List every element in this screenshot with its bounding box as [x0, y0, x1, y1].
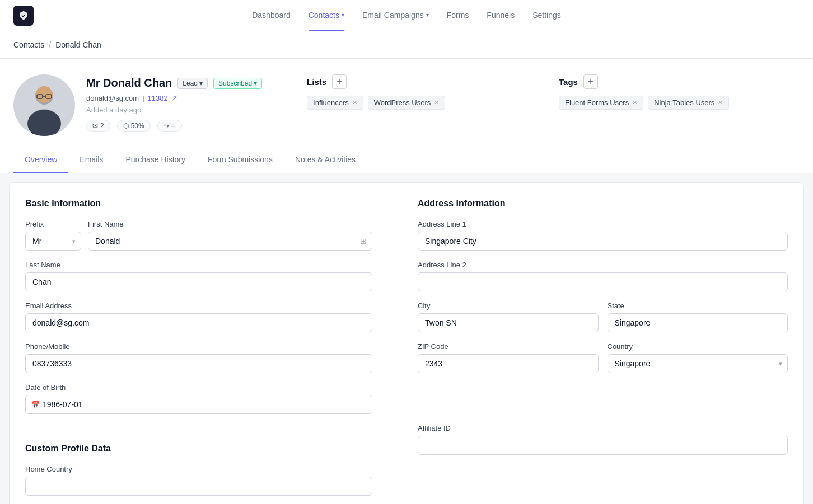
nav-funnels[interactable]: Funnels — [487, 1, 515, 31]
content-card: Basic Information Prefix Mr Mrs Ms Dr — [9, 182, 804, 504]
prefix-field-group: Prefix Mr Mrs Ms Dr ▾ — [25, 220, 81, 251]
phone-input[interactable] — [25, 354, 372, 373]
main-content: Basic Information Prefix Mr Mrs Ms Dr — [0, 173, 813, 504]
lists-title: Lists — [307, 77, 326, 87]
tag-fluent-forms: Fluent Forms Users ✕ — [559, 96, 643, 110]
tab-notes-activities[interactable]: Notes & Activities — [284, 147, 367, 173]
city-input[interactable] — [418, 313, 599, 332]
breadcrumb-home[interactable]: Contacts — [13, 40, 44, 49]
tab-emails[interactable]: Emails — [68, 147, 114, 173]
profile-name: Mr Donald Chan — [86, 77, 172, 90]
profile-name-row: Mr Donald Chan Lead ▾ Subscribed ▾ — [86, 77, 262, 90]
basic-info-section: Basic Information Prefix Mr Mrs Ms Dr — [25, 199, 395, 504]
prefix-label: Prefix — [25, 220, 81, 228]
tags-items: Fluent Forms Users ✕ Ninja Tables Users … — [559, 96, 788, 110]
first-name-label: First Name — [88, 220, 372, 228]
profile-added: Added a day ago — [86, 106, 262, 114]
tags-column: Tags + Fluent Forms Users ✕ Ninja Tables… — [536, 74, 788, 110]
zip-field: ZIP Code — [418, 342, 599, 373]
first-name-input[interactable] — [88, 232, 372, 251]
lists-column: Lists + Influencers ✕ WordPress Users ✕ — [307, 74, 536, 110]
campaigns-icon: ⇢ — [163, 122, 169, 130]
profile-id-link[interactable]: 11382 — [148, 94, 168, 102]
country-label: Country — [608, 342, 788, 351]
first-name-field-group: First Name ⊞ — [88, 220, 372, 251]
phone-label: Phone/Mobile — [25, 342, 372, 351]
lists-tags-section: Lists + Influencers ✕ WordPress Users ✕ … — [296, 74, 800, 110]
state-field: State — [608, 302, 788, 332]
home-country-input[interactable] — [25, 477, 372, 496]
lists-header: Lists + — [307, 74, 536, 89]
calendar-icon: 📅 — [31, 401, 40, 409]
address-info-section: Address Information Address Line 1 Addre… — [418, 199, 788, 504]
stat-campaigns: ⇢ -- — [157, 120, 182, 132]
add-list-button[interactable]: + — [332, 74, 347, 89]
prefix-select-wrap: Mr Mrs Ms Dr ▾ — [25, 232, 81, 251]
country-select[interactable]: Singapore United States United Kingdom A… — [608, 354, 788, 373]
remove-fluent-forms[interactable]: ✕ — [632, 99, 637, 106]
last-name-input[interactable] — [25, 272, 372, 291]
tags-header: Tags + — [559, 74, 788, 89]
status-badge-chevron: ▾ — [254, 79, 257, 87]
nav-settings[interactable]: Settings — [532, 1, 561, 31]
list-item-wordpress: WordPress Users ✕ — [368, 96, 446, 110]
affiliate-id-label: Affiliate ID — [418, 424, 788, 432]
name-row: Prefix Mr Mrs Ms Dr ▾ First Name — [25, 220, 372, 251]
edit-icon: ⊞ — [360, 237, 367, 246]
tab-purchase-history[interactable]: Purchase History — [114, 147, 197, 173]
address1-input[interactable] — [418, 232, 788, 251]
city-label: City — [418, 302, 599, 310]
email-icon: ✉ — [92, 122, 98, 130]
tabs-bar: Overview Emails Purchase History Form Su… — [0, 147, 813, 173]
custom-profile-title: Custom Profile Data — [25, 430, 372, 454]
city-field: City — [418, 302, 599, 332]
tab-form-submissions[interactable]: Form Submissions — [197, 147, 284, 173]
lead-badge[interactable]: Lead ▾ — [177, 78, 208, 89]
dob-input[interactable] — [25, 395, 372, 414]
remove-wordpress[interactable]: ✕ — [434, 99, 439, 106]
open-rate-icon: ⬡ — [123, 122, 129, 130]
nav-links: Dashboard Contacts ▾ Email Campaigns ▾ F… — [252, 1, 561, 31]
nav-forms[interactable]: Forms — [447, 1, 469, 31]
nav-dashboard[interactable]: Dashboard — [252, 1, 291, 31]
lists-items: Influencers ✕ WordPress Users ✕ — [307, 96, 536, 110]
home-country-label: Home Country — [25, 465, 372, 473]
profile-info: Mr Donald Chan Lead ▾ Subscribed ▾ donal… — [86, 74, 262, 132]
email-input[interactable] — [25, 313, 372, 332]
basic-info-title: Basic Information — [25, 199, 372, 209]
external-link-icon: ↗ — [171, 94, 177, 102]
form-layout: Basic Information Prefix Mr Mrs Ms Dr — [25, 199, 788, 504]
contacts-chevron: ▾ — [342, 12, 344, 18]
last-name-label: Last Name — [25, 261, 372, 269]
zip-label: ZIP Code — [418, 342, 599, 351]
nav-email-campaigns[interactable]: Email Campaigns ▾ — [362, 1, 429, 31]
city-state-row: City State — [418, 302, 788, 332]
tags-title: Tags — [559, 77, 578, 87]
affiliate-id-row: Affiliate ID — [418, 424, 788, 455]
address2-input[interactable] — [418, 272, 788, 291]
profile-email: donald@sg.com — [86, 94, 139, 102]
avatar — [13, 74, 75, 136]
last-name-row: Last Name — [25, 261, 372, 291]
add-tag-button[interactable]: + — [583, 74, 598, 89]
home-country-row: Home Country — [25, 465, 372, 496]
prefix-select[interactable]: Mr Mrs Ms Dr — [25, 232, 81, 251]
breadcrumb: Contacts / Donald Chan — [0, 31, 813, 59]
profile-stats: ✉ 2 ⬡ 50% ⇢ -- — [86, 120, 262, 132]
stat-emails: ✉ 2 — [86, 120, 110, 132]
state-input[interactable] — [608, 313, 788, 332]
zip-input[interactable] — [418, 354, 599, 373]
status-badge[interactable]: Subscribed ▾ — [213, 78, 262, 89]
country-select-wrap: Singapore United States United Kingdom A… — [608, 354, 788, 373]
phone-row: Phone/Mobile — [25, 342, 372, 373]
app-logo[interactable] — [13, 6, 34, 26]
zip-country-row: ZIP Code Country Singapore United States… — [418, 342, 788, 373]
remove-ninja-tables[interactable]: ✕ — [718, 99, 723, 106]
address-info-title: Address Information — [418, 199, 788, 209]
tab-overview[interactable]: Overview — [13, 147, 68, 173]
first-name-wrap: ⊞ — [88, 232, 372, 251]
affiliate-id-input[interactable] — [418, 436, 788, 455]
nav-contacts[interactable]: Contacts ▾ — [309, 1, 344, 31]
remove-influencers[interactable]: ✕ — [352, 99, 357, 106]
breadcrumb-separator: / — [49, 40, 51, 49]
